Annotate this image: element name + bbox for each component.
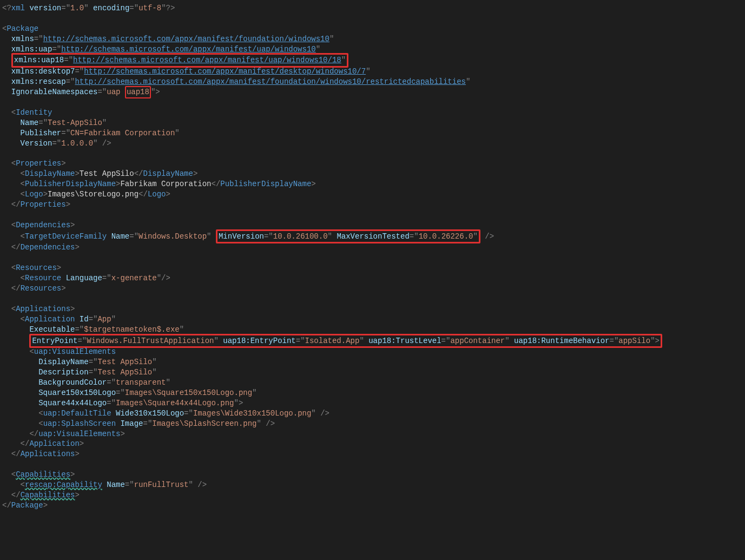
- val-minversion: 10.0.26100.0: [273, 232, 328, 241]
- val-wide310: Images\Wide310x150Logo.png: [193, 409, 311, 418]
- attr-cap-name: Name: [107, 480, 125, 489]
- attr-entrypoint: EntryPoint: [32, 337, 77, 345]
- attr-xmlns: xmlns: [11, 35, 34, 43]
- link-xmlns-desktop7[interactable]: http://schemas.microsoft.com/appx/manife…: [84, 67, 366, 76]
- attr-ve-displayname: DisplayName: [38, 358, 88, 366]
- attr-ignorable: IgnorableNamespaces: [11, 88, 98, 96]
- attr-id-name: Name: [21, 118, 39, 127]
- val-id-version: 1.0.0.0: [61, 139, 93, 148]
- attr-image: Image: [120, 419, 143, 428]
- tag-publisherdn: PublisherDisplayName: [25, 180, 116, 188]
- tag-visualelements: uap:VisualElements: [34, 347, 116, 356]
- tag-displayname: DisplayName: [25, 169, 75, 178]
- val-ve-bg: transparent: [116, 378, 166, 387]
- attr-ve-bg: BackgroundColor: [38, 378, 107, 387]
- attr-uap18-runtime: uap18:RuntimeBehavior: [514, 337, 609, 345]
- val-language: x-generate: [111, 274, 157, 282]
- val-encoding: utf-8: [139, 4, 161, 12]
- tag-application: Application: [25, 315, 75, 324]
- val-maxversion: 10.0.26226.0: [419, 232, 473, 241]
- val-executable: $targetnametoken$.exe: [84, 325, 179, 334]
- tag-logo: Logo: [25, 190, 43, 199]
- highlight-versions: MinVersion="10.0.26100.0" MaxVersionTest…: [216, 229, 480, 244]
- val-logo: Images\StoreLogo.png: [48, 190, 139, 199]
- attr-tdf-name: Name: [111, 232, 130, 241]
- link-xmlns[interactable]: http://schemas.microsoft.com/appx/manife…: [43, 35, 329, 43]
- tag-package: Package: [6, 24, 38, 33]
- tag-identity: Identity: [16, 108, 52, 117]
- val-ignorable-uap18: uap18: [127, 88, 149, 96]
- val-cap-name: runFullTrust: [134, 480, 189, 489]
- link-xmlns-uap[interactable]: http://schemas.microsoft.com/appx/manife…: [61, 45, 315, 54]
- attr-uap18-trust: uap18:TrustLevel: [368, 337, 441, 345]
- val-app-id: App: [97, 315, 111, 324]
- attr-language: Language: [66, 274, 102, 282]
- attr-id-publisher: Publisher: [21, 129, 62, 137]
- val-ignorable-prefix: uap: [107, 88, 125, 96]
- attr-xmlns-uap: xmlns:uap: [11, 45, 52, 54]
- val-displayname: Test AppSilo: [80, 169, 134, 178]
- attr-app-id: Id: [80, 315, 89, 324]
- val-version: 1.0: [70, 4, 84, 12]
- highlight-uap18: uap18: [125, 86, 151, 98]
- val-uap18-runtime: appSilo: [618, 337, 650, 345]
- val-entrypoint: Windows.FullTrustApplication: [87, 337, 214, 345]
- val-uap18-entrypoint: Isolated.App: [305, 337, 360, 345]
- attr-encoding: encoding: [93, 4, 129, 12]
- tag-tdf: TargetDeviceFamily: [25, 232, 107, 241]
- attr-executable: Executable: [29, 325, 75, 334]
- tag-applications: Applications: [16, 305, 70, 313]
- attr-sq44: Square44x44Logo: [38, 399, 107, 407]
- tag-rescap-capability: rescap:Capability: [25, 480, 102, 489]
- attr-xmlns-uap18: xmlns:uap18: [14, 56, 64, 64]
- val-id-name: Test-AppSilo: [48, 118, 102, 127]
- attr-xmlns-desktop7: xmlns:desktop7: [11, 67, 75, 76]
- attr-maxversion: MaxVersionTested: [337, 232, 409, 241]
- val-ve-description: Test AppSilo: [97, 368, 152, 377]
- val-ve-displayname: Test AppSilo: [97, 358, 152, 366]
- attr-xmlns-rescap: xmlns:rescap: [11, 77, 66, 86]
- attr-ve-description: Description: [38, 368, 88, 377]
- attr-wide310: Wide310x150Logo: [116, 409, 184, 418]
- link-xmlns-rescap[interactable]: http://schemas.microsoft.com/appx/manife…: [75, 77, 466, 86]
- xml-tag: xml: [11, 4, 25, 12]
- tag-resources: Resources: [16, 263, 57, 272]
- attr-sq150: Square150x150Logo: [38, 388, 116, 397]
- link-xmlns-uap18[interactable]: http://schemas.microsoft.com/appx/manife…: [73, 56, 341, 64]
- val-id-publisher: CN=Fabrikam Corporation: [70, 129, 175, 137]
- attr-minversion: MinVersion: [219, 232, 264, 241]
- attr-uap18-entrypoint: uap18:EntryPoint: [223, 337, 295, 345]
- val-publisherdn: Fabrikam Corporation: [120, 180, 211, 188]
- val-sq150: Images\Square150x150Logo.png: [125, 388, 252, 397]
- tag-defaulttile: uap:DefaultTile: [43, 409, 111, 418]
- highlight-xmlns-uap18: xmlns:uap18="http://schemas.microsoft.co…: [11, 53, 348, 68]
- attr-version: version: [29, 4, 61, 12]
- tag-properties: Properties: [16, 159, 61, 168]
- attr-id-version: Version: [21, 139, 52, 148]
- tag-splash: uap:SplashScreen: [43, 419, 116, 428]
- highlight-entrypoint: EntryPoint="Windows.FullTrustApplication…: [29, 334, 662, 348]
- tag-dependencies: Dependencies: [16, 221, 70, 229]
- xml-open: <?: [2, 4, 11, 12]
- val-sq44: Images\Square44x44Logo.png: [116, 399, 234, 407]
- val-uap18-trust: appContainer: [450, 337, 505, 345]
- val-splash: Images\SplashScreen.png: [152, 419, 256, 428]
- val-tdf-name: Windows.Desktop: [139, 232, 207, 241]
- tag-resource: Resource: [25, 274, 61, 282]
- tag-capabilities: Capabilities: [16, 470, 70, 479]
- code-editor: <?xml version="1.0" encoding="utf-8"?> <…: [0, 0, 745, 514]
